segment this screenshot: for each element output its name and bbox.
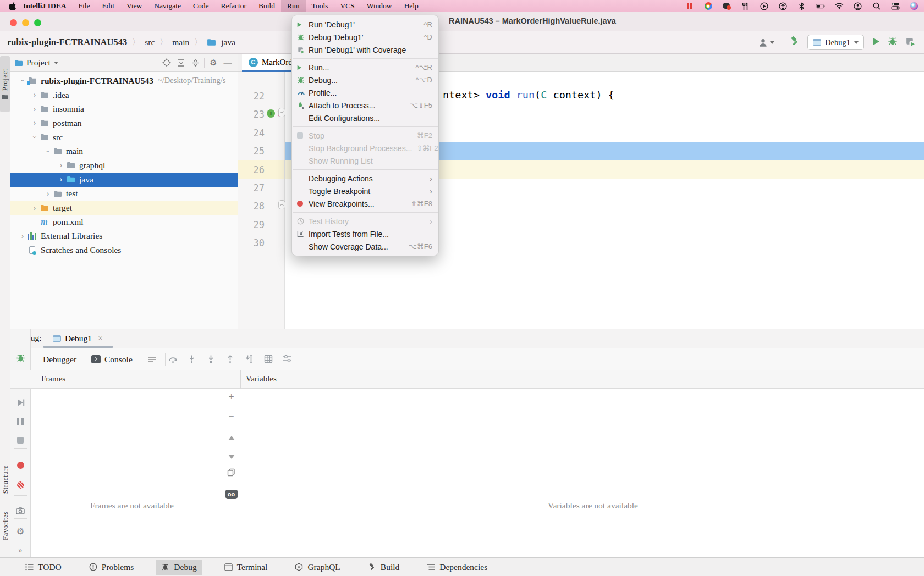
thread-dump-camera-button[interactable] xyxy=(10,505,31,517)
tool-tab-graphql[interactable]: GraphQL xyxy=(289,560,345,575)
bluetooth-icon[interactable] xyxy=(797,2,806,11)
step-over-button[interactable] xyxy=(168,355,178,366)
run-button[interactable] xyxy=(871,37,881,48)
menubar-item-run[interactable]: Run xyxy=(281,0,306,12)
fold-region-marker[interactable] xyxy=(278,108,285,117)
tab-debugger[interactable]: Debugger xyxy=(43,348,76,370)
tree-item-insomnia[interactable]: › insomnia xyxy=(10,102,238,116)
user-circle-icon[interactable] xyxy=(853,2,862,11)
rerun-debug-button[interactable] xyxy=(10,352,31,364)
menubar-item-build[interactable]: Build xyxy=(252,0,281,12)
menubar-item-code[interactable]: Code xyxy=(187,0,215,12)
chevron-collapsed-icon[interactable]: › xyxy=(30,90,40,99)
pause-button[interactable] xyxy=(10,415,31,427)
menubar-item-file[interactable]: File xyxy=(72,0,96,12)
layout-options-button[interactable] xyxy=(147,348,156,370)
hide-panel-button[interactable]: — xyxy=(222,58,233,68)
close-icon[interactable]: × xyxy=(98,334,103,344)
fold-region-marker[interactable] xyxy=(278,200,285,209)
chevron-collapsed-icon[interactable]: › xyxy=(18,231,28,241)
tree-item-graphql[interactable]: › graphql xyxy=(10,158,238,173)
chevron-collapsed-icon[interactable]: › xyxy=(43,189,53,198)
run-configuration-select[interactable]: Debug1 xyxy=(807,35,864,50)
menubar-item-view[interactable]: View xyxy=(120,0,148,12)
menu-item-show-coverage-data[interactable]: Show Coverage Data...⌥⌘F6 xyxy=(292,240,438,253)
control-center-icon[interactable] xyxy=(890,2,900,11)
run-to-cursor-button[interactable] xyxy=(244,355,254,366)
apple-logo-icon[interactable] xyxy=(8,2,17,11)
tree-item-src[interactable]: › src xyxy=(10,130,238,145)
tree-item-postman[interactable]: › postman xyxy=(10,116,238,130)
stop-button[interactable] xyxy=(10,434,31,446)
close-window-button[interactable] xyxy=(10,19,17,26)
chevron-collapsed-icon[interactable]: › xyxy=(30,104,40,114)
restaurant-icon[interactable] xyxy=(741,2,750,11)
info-gutter-icon[interactable]: I xyxy=(267,109,275,118)
wifi-icon[interactable] xyxy=(834,2,844,11)
project-panel-title[interactable]: Project xyxy=(26,58,51,68)
remove-button[interactable]: − xyxy=(222,411,240,422)
minimize-window-button[interactable] xyxy=(22,19,29,26)
menu-item-view-breakpoints[interactable]: View Breakpoints...⇧⌘F8 xyxy=(292,197,438,210)
stripe-button-structure[interactable]: Structure xyxy=(1,465,10,494)
menu-item-run-with-coverage[interactable]: Run 'Debug1' with Coverage xyxy=(292,43,438,56)
chevron-expanded-icon[interactable]: › xyxy=(18,76,28,86)
tool-tab-terminal[interactable]: Terminal xyxy=(219,560,273,575)
breadcrumb-java[interactable]: java xyxy=(221,37,235,47)
record-badge-icon[interactable] xyxy=(722,2,732,11)
menubar-item-navigate[interactable]: Navigate xyxy=(148,0,187,12)
tool-tab-dependencies[interactable]: Dependencies xyxy=(421,560,493,575)
mute-breakpoints-button[interactable] xyxy=(10,479,31,491)
search-icon[interactable] xyxy=(872,2,881,11)
menu-item-profile[interactable]: Profile... xyxy=(292,86,438,99)
more-chevrons-button[interactable]: » xyxy=(10,545,31,557)
chrome-icon[interactable] xyxy=(703,2,713,11)
tool-tab-debug[interactable]: Debug xyxy=(156,560,202,575)
locate-file-button[interactable] xyxy=(161,58,172,67)
step-out-button[interactable] xyxy=(226,355,235,366)
breadcrumb-src[interactable]: src xyxy=(145,37,155,47)
resume-button[interactable] xyxy=(10,396,31,408)
chevron-collapsed-icon[interactable]: › xyxy=(30,118,40,128)
tree-item-scratches[interactable]: Scratches and Consoles xyxy=(10,243,238,257)
code-line[interactable]: ntext> void run(C context) { xyxy=(443,89,614,101)
tree-item-pom[interactable]: m pom.xml xyxy=(10,215,238,229)
add-button[interactable]: + xyxy=(222,391,240,403)
move-down-button[interactable] xyxy=(222,450,240,462)
settings-sliders-button[interactable] xyxy=(283,355,292,365)
tool-tab-problems[interactable]: Problems xyxy=(84,560,140,575)
siri-icon[interactable] xyxy=(909,2,919,11)
menubar-item-help[interactable]: Help xyxy=(398,0,425,12)
expand-all-button[interactable] xyxy=(175,59,186,67)
stripe-button-favorites[interactable]: Favorites xyxy=(1,511,10,540)
chevron-collapsed-icon[interactable]: › xyxy=(30,203,40,213)
breadcrumb-main[interactable]: main xyxy=(172,37,189,47)
menu-item-run[interactable]: Run...^⌥R xyxy=(292,61,438,74)
force-step-into-button[interactable] xyxy=(206,355,216,366)
tree-item-target[interactable]: › target xyxy=(10,201,238,215)
menu-item-toggle-breakpoint[interactable]: Toggle Breakpoint› xyxy=(292,185,438,197)
menubar-item-refactor[interactable]: Refactor xyxy=(215,0,252,12)
tool-tab-build[interactable]: Build xyxy=(362,560,405,575)
tool-tab-todo[interactable]: TODO xyxy=(20,560,67,575)
debug-button[interactable] xyxy=(888,36,898,48)
tree-item-external-libraries[interactable]: › External Libraries xyxy=(10,229,238,243)
menu-item-edit-configurations[interactable]: Edit Configurations... xyxy=(292,112,438,124)
tree-item-java-selected[interactable]: › java xyxy=(10,173,238,187)
breadcrumb-project[interactable]: rubix-plugin-FCTRAINAU543 xyxy=(7,37,127,48)
chevron-collapsed-icon[interactable]: › xyxy=(56,175,66,184)
step-into-button[interactable] xyxy=(187,355,196,366)
collapse-all-button[interactable] xyxy=(190,59,201,67)
menu-item-debug-debug1[interactable]: Debug 'Debug1'^D xyxy=(292,31,438,43)
zoom-window-button[interactable] xyxy=(34,19,41,26)
copy-stack-button[interactable] xyxy=(222,468,240,479)
move-up-button[interactable] xyxy=(222,431,240,443)
debug-session-tab[interactable]: Debug1 × xyxy=(50,329,106,348)
tree-item-test[interactable]: › test xyxy=(10,187,238,201)
chevron-collapsed-icon[interactable]: › xyxy=(56,160,66,170)
stripe-button-project[interactable]: Project xyxy=(0,56,10,112)
settings-gear-button[interactable]: ⚙ xyxy=(10,525,31,537)
menu-item-debugging-actions[interactable]: Debugging Actions› xyxy=(292,172,438,185)
tree-item-root[interactable]: › rubix-plugin-FCTRAINAU543 ~/Desktop/Tr… xyxy=(10,74,238,88)
chevron-down-icon[interactable] xyxy=(54,62,58,64)
